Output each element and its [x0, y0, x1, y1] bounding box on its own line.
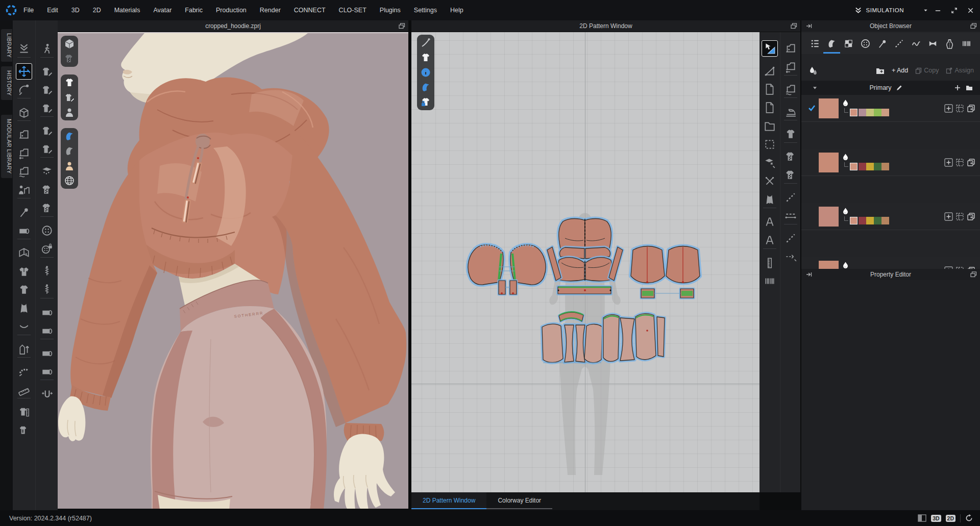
menu-edit[interactable]: Edit [47, 7, 58, 14]
float-window-icon[interactable] [398, 22, 405, 30]
fabric-roll-tool-icon[interactable] [41, 306, 53, 318]
menu-connect[interactable]: CONNECT [294, 7, 326, 14]
colorway-chip[interactable] [881, 217, 889, 224]
avatar-head-icon[interactable] [64, 160, 75, 171]
menu-3d[interactable]: 3D [71, 7, 80, 14]
colorway-chip[interactable] [850, 109, 857, 116]
float-window-icon[interactable] [970, 22, 977, 30]
trace-tool-icon[interactable] [764, 138, 776, 151]
tab-colorway-editor[interactable]: Colorway Editor [486, 492, 552, 509]
tape-measure-tool-icon[interactable] [18, 365, 30, 378]
simulation-label[interactable]: SIMULATION [866, 7, 904, 13]
cut-tool-icon[interactable] [764, 175, 776, 187]
colorway-chip[interactable] [859, 163, 866, 170]
simulation-chevrons-icon[interactable] [854, 7, 862, 14]
lock-pattern-icon[interactable] [420, 96, 431, 108]
clo-logo-icon[interactable] [5, 4, 17, 16]
show-pattern-icon[interactable] [420, 52, 431, 63]
fabric-strain-tool-icon[interactable] [18, 224, 30, 237]
walk-avatar-tool-icon[interactable] [41, 43, 53, 55]
colorway-chip[interactable] [874, 109, 881, 116]
zipper-alt-tool-icon[interactable] [41, 284, 53, 296]
colorway-chip[interactable] [874, 217, 881, 224]
add-colorway-button[interactable] [944, 104, 953, 113]
float-window-icon[interactable] [790, 22, 797, 30]
select-curve-tool-icon[interactable] [18, 84, 30, 96]
viewport-3d[interactable]: SOTHERRR [58, 32, 408, 509]
shirt-dot-tool-icon[interactable] [785, 151, 797, 163]
show-avatar-icon[interactable] [64, 107, 75, 118]
shirt-texture-tool-icon[interactable] [41, 184, 53, 196]
duplicate-button[interactable] [967, 104, 975, 113]
zipper-tool-icon[interactable] [41, 265, 53, 278]
sew-fold-tool-icon[interactable] [18, 165, 30, 178]
material-row[interactable] [801, 149, 980, 176]
stitch-alt-tool-icon[interactable] [785, 232, 797, 244]
split-view-icon[interactable] [918, 514, 926, 522]
segment-sew-tool-icon[interactable] [18, 129, 30, 141]
edit-curve-needle-icon[interactable] [420, 37, 431, 48]
colorway-chip[interactable] [859, 109, 866, 116]
colorway-chip[interactable] [850, 163, 857, 170]
sew-machine-tool-icon[interactable] [785, 42, 797, 55]
buttonhole-tool-icon[interactable] [41, 243, 53, 255]
jacket-tool-icon[interactable] [18, 265, 30, 278]
menu-render[interactable]: Render [260, 7, 281, 14]
shirt-texture-solid-tool-icon[interactable] [41, 202, 53, 214]
sew-inspect-tool-icon[interactable] [785, 83, 797, 95]
text-tool-icon[interactable] [764, 216, 776, 228]
fabric-thumbnail[interactable] [819, 98, 839, 118]
ruler-tool-icon[interactable] [18, 384, 30, 396]
minimize-button[interactable] [931, 4, 944, 17]
render-style-cube-icon[interactable] [64, 38, 75, 49]
tab-2d-pattern-window[interactable]: 2D Pattern Window [411, 492, 486, 509]
colorway-chip[interactable] [881, 109, 889, 116]
garment-measure-tool-icon[interactable] [18, 406, 30, 418]
menu-settings[interactable]: Settings [414, 7, 437, 14]
colorway-chip[interactable] [874, 163, 881, 170]
fold-shirt-tool-icon[interactable] [18, 284, 30, 296]
menu-materials[interactable]: Materials [114, 7, 140, 14]
menu-help[interactable]: Help [450, 7, 463, 14]
vest-tool-icon[interactable] [18, 302, 30, 314]
edit-pattern-tool-icon[interactable] [764, 65, 776, 77]
colorway-chip[interactable] [866, 163, 874, 170]
menu-2d[interactable]: 2D [93, 7, 101, 14]
barcode-tool-icon[interactable] [764, 275, 776, 287]
tab-library[interactable]: LIBRARY [1, 29, 12, 62]
stitch-dash-tool-icon[interactable] [785, 210, 797, 222]
menu-plugins[interactable]: Plugins [380, 7, 401, 14]
fit-sew-tool-icon[interactable] [18, 184, 30, 196]
smooth-curve-tool-icon[interactable] [18, 320, 30, 333]
duplicate-button[interactable] [967, 212, 975, 221]
tab-modular-library[interactable]: MODULAR LIBRARY [1, 115, 12, 178]
colorway-chip[interactable] [859, 217, 866, 224]
menu-clo-set[interactable]: CLO-SET [339, 7, 366, 14]
fabric-view-icon[interactable] [420, 82, 431, 93]
sew-machine-alt-tool-icon[interactable] [785, 61, 797, 73]
fabric-roll-solid-tool-icon[interactable] [41, 324, 53, 337]
transform-pattern-tool-icon[interactable] [762, 40, 778, 57]
texture-grid-button[interactable] [955, 158, 964, 167]
binding-solid-tool-icon[interactable] [41, 365, 53, 378]
menu-fabric[interactable]: Fabric [185, 7, 203, 14]
edit-garment-solid-tool-icon[interactable] [41, 84, 53, 96]
viewport-2d[interactable] [411, 32, 760, 492]
tab-history[interactable]: HISTORY [1, 66, 12, 100]
fold-arrangement-tool-icon[interactable] [18, 247, 30, 259]
float-window-icon[interactable] [970, 271, 977, 278]
menu-avatar[interactable]: Avatar [153, 7, 172, 14]
texture-grid-button[interactable] [955, 104, 964, 113]
grade-tool-icon[interactable] [785, 251, 797, 263]
simulate-tool-icon[interactable] [18, 43, 30, 55]
arrange-garment-tool-icon[interactable] [18, 106, 30, 118]
duplicate-button[interactable] [967, 158, 975, 167]
edit-garment-tool-icon[interactable] [41, 65, 53, 78]
fabric-check-tool-icon[interactable] [41, 165, 53, 178]
add-page-alt-tool-icon[interactable] [764, 102, 776, 114]
seam-taping-tool-icon[interactable] [41, 388, 53, 400]
restore-button[interactable] [947, 4, 961, 17]
pattern-outline-tool-icon[interactable] [764, 193, 776, 206]
retopo-alt-tool-icon[interactable] [41, 143, 53, 155]
menu-file[interactable]: File [23, 7, 34, 14]
